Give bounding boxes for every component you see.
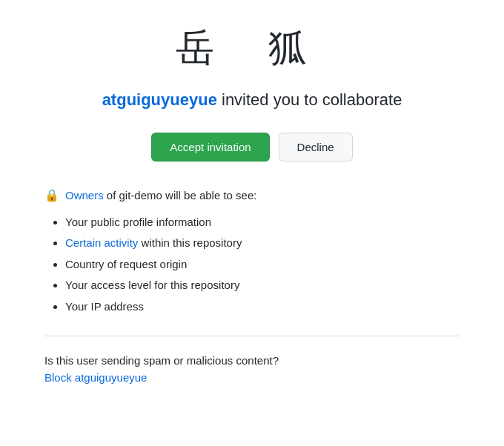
certain-activity-suffix: within this repository [138, 236, 242, 249]
list-item-text: Your access level for this repository [65, 279, 239, 291]
decline-button[interactable]: Decline [279, 133, 353, 162]
invite-message: atguiguyueyue invited you to collaborate [102, 89, 402, 112]
owners-description: of git-demo will be able to see: [104, 189, 257, 202]
list-item: Country of request origin [65, 256, 460, 273]
permissions-list: Your public profile information Certain … [44, 214, 460, 316]
owners-line: 🔒 Owners of git-demo will be able to see… [44, 188, 460, 202]
list-item: Your access level for this repository [65, 277, 460, 294]
accept-invitation-button[interactable]: Accept invitation [151, 133, 269, 162]
block-user-link[interactable]: Block atguiguyueyue [44, 371, 147, 384]
owners-text: Owners of git-demo will be able to see: [65, 189, 256, 202]
list-item-text: Your public profile information [65, 216, 211, 228]
chinese-logo: 岳 狐 [176, 22, 329, 74]
list-item-text: Country of request origin [65, 258, 187, 270]
lock-icon: 🔒 [44, 188, 59, 202]
list-item: Certain activity within this repository [65, 235, 460, 252]
invite-suffix: invited you to collaborate [217, 90, 402, 109]
inviter-username[interactable]: atguiguyueyue [102, 90, 217, 109]
owners-info-section: 🔒 Owners of git-demo will be able to see… [44, 188, 460, 336]
spam-question: Is this user sending spam or malicious c… [44, 354, 460, 367]
list-item-text: Your IP address [65, 300, 144, 313]
action-buttons: Accept invitation Decline [151, 133, 352, 162]
list-item: Your IP address [65, 299, 460, 316]
list-item: Your public profile information [65, 214, 460, 231]
owners-link[interactable]: Owners [65, 189, 104, 202]
certain-activity-link[interactable]: Certain activity [65, 236, 138, 249]
spam-section: Is this user sending spam or malicious c… [44, 354, 460, 384]
divider [44, 336, 460, 336]
